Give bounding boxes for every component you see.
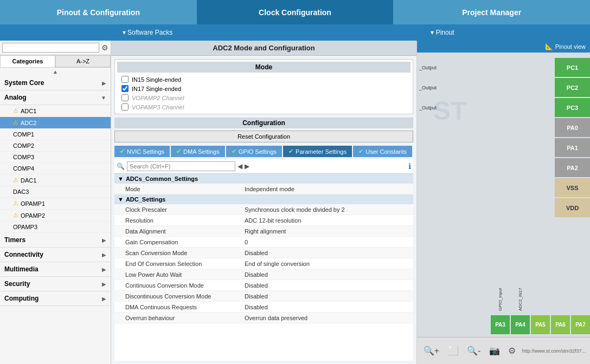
collapse-icon[interactable]: ▼ bbox=[118, 196, 124, 203]
chip-label: ST bbox=[433, 96, 466, 126]
screenshot-button[interactable]: 📷 bbox=[487, 343, 502, 358]
sidebar: ⚙ Categories A->Z ▲ System Core ▶ Analog… bbox=[0, 41, 111, 364]
fit-view-button[interactable]: ⬜ bbox=[446, 343, 461, 358]
pin-pa0[interactable]: PA0 bbox=[555, 118, 590, 137]
center-header: ADC2 Mode and Configuration bbox=[111, 41, 416, 56]
mode-header: Mode bbox=[117, 62, 411, 73]
sidebar-item-comp2[interactable]: COMP2 bbox=[0, 140, 111, 152]
settings-row-scan: Scan Conversion Mode Disabled bbox=[114, 248, 413, 258]
chevron-right-icon: ▶ bbox=[102, 237, 106, 243]
pin-vdd[interactable]: VDD bbox=[555, 198, 590, 217]
sidebar-item-dac1[interactable]: ⚠ DAC1 bbox=[0, 174, 111, 186]
chevron-right-icon: ▶ bbox=[102, 80, 106, 86]
chip-area: ST _Output _Output _Output PC1 PC2 PC3 P… bbox=[417, 53, 590, 364]
mode-section: Mode IN15 Single-ended IN17 Single-ended… bbox=[114, 59, 413, 114]
config-section: Configuration Reset Configuration ✔ NVIC… bbox=[114, 118, 413, 361]
search-icon: 🔍 bbox=[117, 162, 125, 170]
pin-pc1[interactable]: PC1 bbox=[555, 58, 590, 77]
tab-az[interactable]: A->Z bbox=[55, 55, 111, 67]
info-icon[interactable]: ℹ bbox=[408, 162, 411, 171]
sidebar-item-comp3[interactable]: COMP3 bbox=[0, 152, 111, 163]
sub-nav-software-packs[interactable]: ▾ Software Packs bbox=[0, 24, 295, 41]
zoom-in-button[interactable]: 🔍+ bbox=[421, 343, 441, 358]
next-icon[interactable]: ▶ bbox=[245, 162, 249, 170]
reset-configuration-button[interactable]: Reset Configuration bbox=[114, 131, 413, 142]
check-icon: ✔ bbox=[288, 148, 293, 155]
zoom-out-button[interactable]: 🔍- bbox=[465, 343, 483, 358]
pin-pa1[interactable]: PA1 bbox=[555, 138, 590, 157]
pin-pa7[interactable]: PA7 bbox=[571, 315, 590, 334]
sub-nav-pinout[interactable]: ▾ Pinout bbox=[295, 24, 590, 41]
sidebar-item-comp1[interactable]: COMP1 bbox=[0, 129, 111, 140]
pin-pa4[interactable]: PA4 bbox=[511, 315, 530, 334]
bottom-pins: GPIO_Input ADC2_IN17 PA3 PA4 PA5 PA6 PA7 bbox=[491, 286, 590, 334]
sidebar-item-adc1[interactable]: ⚠ ADC1 bbox=[0, 105, 111, 117]
right-panel: 📐 Pinout view ST _Output _Output _Output… bbox=[416, 41, 590, 364]
sidebar-tabs: Categories A->Z bbox=[0, 55, 111, 68]
sidebar-group-analog[interactable]: Analog ▼ bbox=[0, 90, 111, 105]
settings-button[interactable]: ⚙ bbox=[506, 343, 518, 358]
bottom-label-adc2: ADC2_IN17 bbox=[511, 286, 530, 313]
sidebar-group-computing[interactable]: Computing ▶ bbox=[0, 291, 111, 306]
sidebar-item-opamp1[interactable]: ⚠ OPAMP1 bbox=[0, 198, 111, 210]
settings-row-overrun: Overrun behaviour Overrun data preserved bbox=[114, 313, 413, 323]
tab-gpio-settings[interactable]: ✔ GPIO Settings bbox=[226, 146, 282, 157]
checkbox-in17-input[interactable] bbox=[121, 85, 129, 92]
search-bar: 🔍 ◀ ▶ ℹ bbox=[114, 159, 413, 174]
sidebar-item-opamp3[interactable]: OPAMP3 bbox=[0, 222, 111, 233]
sidebar-group-security[interactable]: Security ▶ bbox=[0, 277, 111, 291]
warning-icon: ⚠ bbox=[13, 119, 18, 126]
sidebar-group-multimedia[interactable]: Multimedia ▶ bbox=[0, 262, 111, 277]
nav-clock-config[interactable]: Clock Configuration bbox=[197, 0, 394, 24]
nav-pinout-config[interactable]: Pinout & Configuration bbox=[0, 0, 197, 24]
checkbox-vopamp3: VOPAMP3 Channel bbox=[117, 102, 411, 112]
parameter-search-input[interactable] bbox=[127, 161, 235, 171]
settings-row-resolution: Resolution ADC 12-bit resolution bbox=[114, 215, 413, 226]
chevron-right-icon: ▶ bbox=[102, 296, 106, 302]
sidebar-item-opamp2[interactable]: ⚠ OPAMP2 bbox=[0, 210, 111, 222]
prev-icon[interactable]: ◀ bbox=[238, 162, 242, 170]
sidebar-item-adc2[interactable]: ⚠ ADC2 bbox=[0, 117, 111, 129]
checkbox-vopamp3-input[interactable] bbox=[121, 103, 129, 110]
checkbox-vopamp2-input[interactable] bbox=[121, 94, 129, 101]
settings-row-continuous: Continuous Conversion Mode Disabled bbox=[114, 280, 413, 291]
settings-table: ▼ ADCs_Common_Settings Mode Independent … bbox=[114, 174, 413, 361]
pin-pa6[interactable]: PA6 bbox=[551, 315, 570, 334]
pin-pa5[interactable]: PA5 bbox=[531, 315, 550, 334]
sidebar-item-dac3[interactable]: DAC3 bbox=[0, 186, 111, 198]
settings-row-gain: Gain Compensation 0 bbox=[114, 237, 413, 248]
gear-icon[interactable]: ⚙ bbox=[101, 43, 108, 52]
search-input[interactable] bbox=[2, 43, 99, 53]
nav-project-manager[interactable]: Project Manager bbox=[393, 0, 590, 24]
settings-group-adc-common: ▼ ADCs_Common_Settings bbox=[114, 174, 413, 184]
bottom-url: http://www.st.com/stm32f37... bbox=[522, 348, 586, 354]
pinout-view-icon: 📐 bbox=[545, 43, 553, 50]
settings-row-discontinuous: Discontinuous Conversion Mode Disabled bbox=[114, 291, 413, 302]
right-panel-header: 📐 Pinout view bbox=[417, 41, 590, 53]
pin-pc2[interactable]: PC2 bbox=[555, 78, 590, 97]
checkbox-in15: IN15 Single-ended bbox=[117, 75, 411, 84]
checkbox-in15-input[interactable] bbox=[121, 76, 129, 83]
tab-dma-settings[interactable]: ✔ DMA Settings bbox=[171, 146, 225, 157]
chevron-right-icon: ▶ bbox=[102, 252, 106, 258]
tab-nvic-settings[interactable]: ✔ NVIC Settings bbox=[114, 146, 170, 157]
pin-pa3[interactable]: PA3 bbox=[491, 315, 510, 334]
warning-icon: ⚠ bbox=[13, 107, 18, 114]
pin-vss[interactable]: VSS bbox=[555, 178, 590, 197]
sidebar-item-comp4[interactable]: COMP4 bbox=[0, 163, 111, 174]
pin-pc3[interactable]: PC3 bbox=[555, 98, 590, 117]
top-navigation: Pinout & Configuration Clock Configurati… bbox=[0, 0, 590, 24]
sub-navigation: ▾ Software Packs ▾ Pinout bbox=[0, 24, 590, 41]
tab-user-constants[interactable]: ✔ User Constants bbox=[353, 146, 412, 157]
sidebar-group-timers[interactable]: Timers ▶ bbox=[0, 233, 111, 248]
tab-categories[interactable]: Categories bbox=[0, 55, 55, 67]
sidebar-group-connectivity[interactable]: Connectivity ▶ bbox=[0, 248, 111, 262]
chevron-down-icon: ▼ bbox=[101, 95, 106, 101]
collapse-icon[interactable]: ▼ bbox=[118, 176, 124, 182]
scroll-up-arrow[interactable]: ▲ bbox=[0, 68, 111, 76]
sidebar-group-system-core[interactable]: System Core ▶ bbox=[0, 76, 111, 90]
tab-parameter-settings[interactable]: ✔ Parameter Settings bbox=[283, 146, 352, 157]
settings-row-eoc: End Of Conversion Selection End of singl… bbox=[114, 258, 413, 269]
chevron-right-icon: ▶ bbox=[102, 266, 106, 272]
pin-pa2[interactable]: PA2 bbox=[555, 158, 590, 177]
